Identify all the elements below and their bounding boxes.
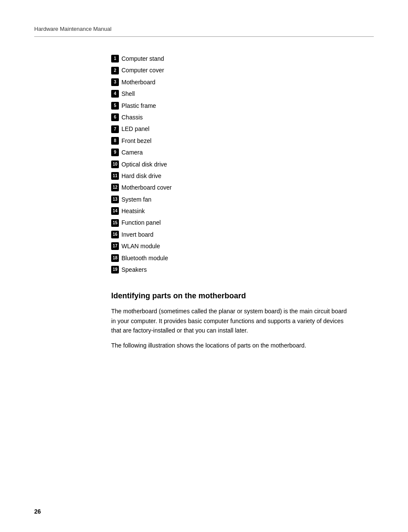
section-paragraph-2: The following illustration shows the loc… <box>111 341 348 350</box>
list-item: 4Shell <box>111 89 374 98</box>
item-badge: 14 <box>111 207 119 215</box>
item-badge: 6 <box>111 113 119 121</box>
item-label: Function panel <box>121 218 161 227</box>
item-label: WLAN module <box>121 241 160 251</box>
list-item: 3Motherboard <box>111 77 374 87</box>
item-badge: 16 <box>111 231 119 238</box>
item-badge: 2 <box>111 67 119 74</box>
item-label: System fan <box>121 195 151 204</box>
list-item: 8Front bezel <box>111 136 374 146</box>
item-badge: 7 <box>111 125 119 133</box>
item-label: LED panel <box>121 124 149 134</box>
list-item: 10Optical disk drive <box>111 160 374 169</box>
item-label: Bluetooth module <box>121 253 168 263</box>
list-item: 6Chassis <box>111 113 374 122</box>
item-badge: 9 <box>111 149 119 156</box>
list-item: 13System fan <box>111 195 374 204</box>
section-heading: Identifying parts on the motherboard <box>111 291 374 300</box>
list-item: 18Bluetooth module <box>111 253 374 263</box>
list-item: 19Speakers <box>111 265 374 274</box>
page-header: Hardware Maintenance Manual <box>34 26 374 37</box>
list-item: 17WLAN module <box>111 241 374 251</box>
list-item: 9Camera <box>111 148 374 157</box>
section-body: The motherboard (sometimes called the pl… <box>111 306 348 350</box>
item-label: Optical disk drive <box>121 160 167 169</box>
item-badge: 4 <box>111 90 119 98</box>
item-badge: 8 <box>111 137 119 145</box>
item-label: Computer cover <box>121 65 164 75</box>
item-badge: 15 <box>111 219 119 227</box>
section-paragraph-1: The motherboard (sometimes called the pl… <box>111 306 348 335</box>
item-badge: 17 <box>111 242 119 250</box>
item-badge: 10 <box>111 160 119 168</box>
item-label: Camera <box>121 148 143 157</box>
list-item: 14Heatsink <box>111 206 374 216</box>
list-item: 12Motherboard cover <box>111 183 374 192</box>
item-label: Motherboard <box>121 77 155 87</box>
item-badge: 12 <box>111 184 119 191</box>
parts-list: 1Computer stand2Computer cover3Motherboa… <box>111 54 374 274</box>
item-badge: 1 <box>111 55 119 62</box>
page-number: 26 <box>34 508 41 515</box>
item-label: Hard disk drive <box>121 171 161 181</box>
item-badge: 13 <box>111 196 119 203</box>
item-badge: 3 <box>111 78 119 86</box>
item-label: Chassis <box>121 113 143 122</box>
item-label: Motherboard cover <box>121 183 172 192</box>
list-item: 16Invert board <box>111 230 374 239</box>
item-label: Shell <box>121 89 135 98</box>
item-badge: 19 <box>111 266 119 273</box>
list-item: 2Computer cover <box>111 65 374 75</box>
item-badge: 11 <box>111 172 119 180</box>
list-item: 1Computer stand <box>111 54 374 63</box>
item-badge: 18 <box>111 254 119 262</box>
item-label: Heatsink <box>121 206 145 216</box>
list-item: 11Hard disk drive <box>111 171 374 181</box>
item-label: Computer stand <box>121 54 164 63</box>
page-container: Hardware Maintenance Manual 1Computer st… <box>0 0 408 381</box>
item-label: Speakers <box>121 265 147 274</box>
item-badge: 5 <box>111 102 119 110</box>
item-label: Front bezel <box>121 136 151 146</box>
list-item: 7LED panel <box>111 124 374 134</box>
item-label: Plastic frame <box>121 101 156 110</box>
item-label: Invert board <box>121 230 154 239</box>
list-item: 5Plastic frame <box>111 101 374 110</box>
list-item: 15Function panel <box>111 218 374 227</box>
header-title: Hardware Maintenance Manual <box>34 26 112 32</box>
